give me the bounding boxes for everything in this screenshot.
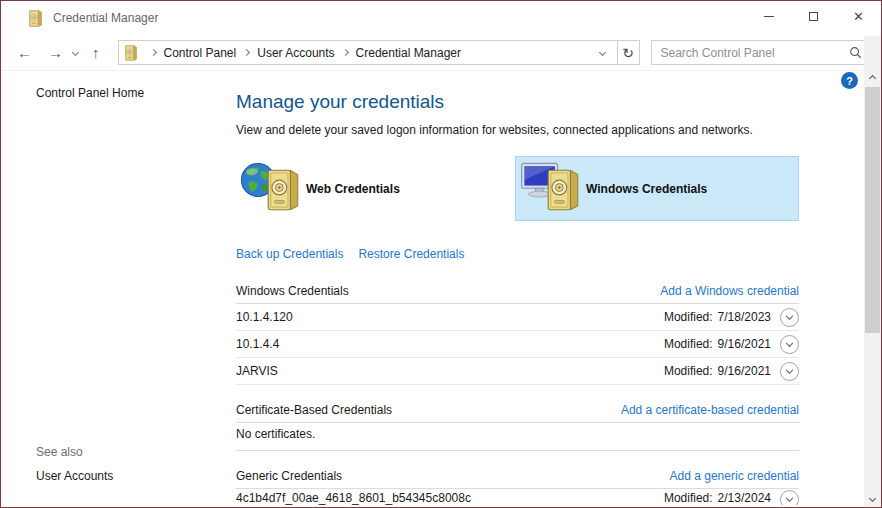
expand-credential-button[interactable] xyxy=(780,335,799,354)
tab-web-credentials[interactable]: Web Credentials xyxy=(236,156,514,221)
search-input[interactable] xyxy=(652,41,849,64)
divider xyxy=(236,450,799,451)
credential-row: 10.1.4.120 Modified: 7/18/2023 xyxy=(236,304,799,331)
titlebar: Credential Manager ✕ xyxy=(1,1,881,35)
chevron-right-icon xyxy=(149,49,156,56)
backup-credentials-link[interactable]: Back up Credentials xyxy=(236,247,343,261)
credential-modified: Modified: 2/13/2024 xyxy=(664,490,771,505)
credential-modified: Modified: 9/16/2021 xyxy=(664,364,771,378)
credential-name: 10.1.4.120 xyxy=(236,310,664,324)
credential-name: 10.1.4.4 xyxy=(236,337,664,351)
search-icon[interactable] xyxy=(849,46,862,59)
breadcrumb-separator[interactable] xyxy=(151,50,156,55)
chevron-down-icon xyxy=(781,335,798,354)
credential-modified: Modified: 7/18/2023 xyxy=(664,310,771,324)
add-certificate-credential-link[interactable]: Add a certificate-based credential xyxy=(621,403,799,417)
breadcrumb-user-accounts[interactable]: User Accounts xyxy=(257,46,334,60)
sidebar-item-control-panel-home[interactable]: Control Panel Home xyxy=(36,86,144,100)
navigation-bar: ← → ↑ Control Panel User Accounts Creden… xyxy=(1,35,881,71)
credential-row: JARVIS Modified: 9/16/2021 xyxy=(236,358,799,385)
address-dropdown-button[interactable] xyxy=(592,50,613,55)
chevron-down-icon xyxy=(781,362,798,381)
modified-date: 2/13/2024 xyxy=(718,490,771,505)
windows-credentials-section-header: Windows Credentials Add a Windows creden… xyxy=(236,284,799,298)
modified-label: Modified: xyxy=(664,490,713,505)
expand-credential-button[interactable] xyxy=(780,362,799,381)
section-title: Certificate-Based Credentials xyxy=(236,403,392,417)
credential-manager-icon xyxy=(29,10,42,27)
minimize-button[interactable] xyxy=(746,1,791,31)
scroll-up-button[interactable] xyxy=(864,70,881,87)
recent-pages-dropdown[interactable] xyxy=(71,50,84,55)
refresh-button[interactable]: ↻ xyxy=(617,40,640,65)
sidebar-see-also-label: See also xyxy=(36,445,83,459)
modified-label: Modified: xyxy=(664,337,713,351)
safe-icon xyxy=(547,169,579,211)
chevron-down-icon xyxy=(869,495,876,502)
breadcrumb-separator[interactable] xyxy=(244,50,249,55)
scrollbar-thumb[interactable] xyxy=(865,87,880,333)
chevron-down-icon xyxy=(781,308,798,327)
restore-credentials-link[interactable]: Restore Credentials xyxy=(358,247,464,261)
chevron-right-icon xyxy=(243,49,250,56)
credential-row: 4c1b4d7f_00ae_4618_8601_b54345c8008c Mod… xyxy=(236,490,799,505)
page-description: View and delete your saved logon informa… xyxy=(236,123,753,137)
windows-credentials-icon xyxy=(520,160,582,218)
credential-manager-icon xyxy=(125,45,137,61)
chevron-down-icon xyxy=(598,49,605,56)
certificate-credentials-section-header: Certificate-Based Credentials Add a cert… xyxy=(236,403,799,417)
window-controls: ✕ xyxy=(746,1,881,31)
maximize-button[interactable] xyxy=(791,1,836,31)
search-box xyxy=(651,40,871,65)
credential-name: JARVIS xyxy=(236,364,664,378)
safe-icon xyxy=(267,169,299,211)
breadcrumb-credential-manager[interactable]: Credential Manager xyxy=(356,46,461,60)
credential-modified: Modified: 9/16/2021 xyxy=(664,337,771,351)
window-title: Credential Manager xyxy=(53,11,158,25)
modified-date: 9/16/2021 xyxy=(718,337,771,351)
back-button[interactable]: ← xyxy=(9,45,40,60)
breadcrumb-control-panel[interactable]: Control Panel xyxy=(164,46,237,60)
sidebar-item-user-accounts[interactable]: User Accounts xyxy=(36,469,113,483)
vertical-scrollbar[interactable] xyxy=(864,36,881,507)
minimize-icon xyxy=(764,16,774,17)
close-button[interactable]: ✕ xyxy=(836,1,881,31)
up-button[interactable]: ↑ xyxy=(84,45,108,60)
forward-button[interactable]: → xyxy=(40,45,71,60)
expand-credential-button[interactable] xyxy=(780,490,799,505)
chevron-up-icon xyxy=(869,75,876,82)
add-generic-credential-link[interactable]: Add a generic credential xyxy=(670,469,799,483)
help-button[interactable]: ? xyxy=(841,72,858,89)
tab-label: Web Credentials xyxy=(306,182,400,196)
no-certificates-text: No certificates. xyxy=(236,427,315,441)
divider xyxy=(236,422,799,423)
credential-name: 4c1b4d7f_00ae_4618_8601_b54345c8008c xyxy=(236,490,664,505)
modified-label: Modified: xyxy=(664,364,713,378)
scroll-down-button[interactable] xyxy=(864,490,881,507)
modified-date: 9/16/2021 xyxy=(718,364,771,378)
modified-date: 7/18/2023 xyxy=(718,310,771,324)
add-windows-credential-link[interactable]: Add a Windows credential xyxy=(660,284,799,298)
page-title: Manage your credentials xyxy=(236,91,444,113)
tab-label: Windows Credentials xyxy=(586,182,707,196)
credential-row: 10.1.4.4 Modified: 9/16/2021 xyxy=(236,331,799,358)
credential-manager-window: Credential Manager ✕ ← → ↑ Control Panel… xyxy=(0,0,882,508)
credential-actions: Back up Credentials Restore Credentials xyxy=(236,247,464,261)
modified-label: Modified: xyxy=(664,310,713,324)
chevron-right-icon xyxy=(342,49,349,56)
address-bar[interactable]: Control Panel User Accounts Credential M… xyxy=(118,40,618,65)
tab-windows-credentials[interactable]: Windows Credentials xyxy=(515,156,799,221)
breadcrumb-separator[interactable] xyxy=(343,50,348,55)
divider xyxy=(236,488,799,489)
section-title: Generic Credentials xyxy=(236,469,342,483)
web-credentials-icon xyxy=(240,160,302,218)
section-title: Windows Credentials xyxy=(236,284,349,298)
chevron-down-icon xyxy=(781,490,798,505)
maximize-icon xyxy=(809,12,818,21)
chevron-down-icon xyxy=(72,49,79,56)
generic-credentials-section-header: Generic Credentials Add a generic creden… xyxy=(236,469,799,483)
expand-credential-button[interactable] xyxy=(780,308,799,327)
